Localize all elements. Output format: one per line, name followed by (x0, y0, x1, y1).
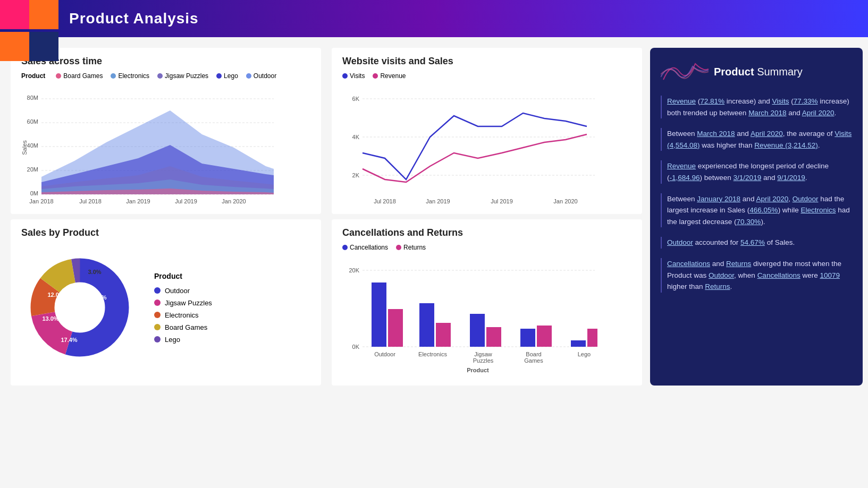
pie-label-boardgames: Board Games (165, 323, 207, 331)
cancel-legend: Cancellations Returns (342, 244, 631, 251)
summary-p5: Outdoor accounted for 54.67% of Sales. (661, 237, 852, 249)
summary-link-returns[interactable]: Returns (726, 260, 751, 268)
svg-text:Puzzles: Puzzles (473, 357, 494, 364)
visits-legend: Visits Revenue (342, 72, 631, 80)
legend-item-lego: Lego (216, 72, 238, 80)
legend-item-visits: Visits (342, 72, 365, 80)
summary-link-pct3[interactable]: 466.05% (749, 206, 778, 214)
summary-link-count[interactable]: 10079 (820, 271, 840, 279)
pie-legend-jigsaw: Jigsaw Puzzles (154, 299, 212, 307)
summary-link-pct1[interactable]: 72.81% (700, 97, 724, 105)
svg-text:Jan 2019: Jan 2019 (126, 198, 150, 204)
pie-chart-title: Sales by Product (21, 227, 310, 238)
summary-link-date3[interactable]: March 2018 (697, 130, 735, 138)
summary-link-pct2[interactable]: 77.33% (794, 97, 818, 105)
legend-dot-lego (216, 73, 222, 79)
summary-link-date8[interactable]: April 2020 (756, 195, 788, 203)
summary-link-pct4[interactable]: 70.30% (737, 218, 761, 226)
logo-sq2 (29, 0, 58, 29)
sales-svg: 80M 60M 40M 20M 0M (21, 84, 276, 206)
main-content: Sales across time Product Board Games El… (0, 37, 868, 391)
svg-rect-48 (372, 282, 386, 347)
visits-chart-title: Website visits and Sales (342, 56, 631, 67)
svg-text:60M: 60M (27, 118, 38, 125)
logo (0, 0, 64, 64)
svg-text:Jul 2019: Jul 2019 (491, 198, 513, 204)
svg-text:6K: 6K (352, 96, 360, 102)
svg-text:Jan 2020: Jan 2020 (222, 198, 246, 204)
pie-legend-electronics: Electronics (154, 311, 212, 319)
svg-text:Jigsaw: Jigsaw (474, 351, 492, 357)
summary-title-rest: Summary (757, 66, 803, 78)
cancellations-chart: Cancellations and Returns Cancellations … (332, 219, 642, 386)
svg-text:20M: 20M (27, 166, 38, 173)
summary-link-revenue2[interactable]: Revenue (3,214.52) (754, 141, 818, 149)
summary-link-visits1[interactable]: Visits (772, 97, 789, 105)
summary-p4: Between January 2018 and April 2020, Out… (661, 193, 852, 228)
pie-dot-jigsaw (154, 299, 161, 306)
legend-item-jigsaw: Jigsaw Puzzles (157, 72, 208, 80)
summary-link-revenue1[interactable]: Revenue (667, 97, 696, 105)
summary-link-date6[interactable]: 9/1/2019 (777, 174, 805, 182)
legend-label-visits: Visits (350, 72, 365, 80)
summary-link-outdoor2[interactable]: Outdoor (667, 238, 693, 246)
svg-text:20K: 20K (349, 267, 359, 273)
summary-p1: Revenue (72.81% increase) and Visits (77… (661, 96, 852, 118)
svg-text:12.0%: 12.0% (47, 292, 64, 298)
svg-text:Games: Games (524, 357, 543, 364)
svg-rect-49 (388, 309, 403, 347)
sales-legend: Product Board Games Electronics Jigsaw P… (21, 72, 310, 80)
pie-area: 54.7% 17.4% 13.0% 12.0% 3.0% Product Out… (21, 244, 310, 371)
svg-rect-55 (537, 326, 552, 347)
sales-chart-title: Sales across time (21, 56, 310, 67)
legend-item-boardgames: Board Games (56, 72, 103, 80)
svg-rect-52 (470, 314, 485, 347)
svg-text:Jul 2019: Jul 2019 (175, 198, 197, 204)
charts-row-1: Sales across time Product Board Games El… (11, 48, 642, 214)
pie-label-jigsaw: Jigsaw Puzzles (165, 299, 212, 307)
svg-text:0M: 0M (30, 190, 38, 196)
summary-link-cancel[interactable]: Cancellations (667, 260, 710, 268)
summary-title-bold: Product (714, 66, 754, 78)
wave-icon (661, 58, 709, 85)
summary-link-revenue3[interactable]: Revenue (667, 162, 696, 170)
summary-link-outdoor1[interactable]: Outdoor (793, 195, 819, 203)
cancel-chart-title: Cancellations and Returns (342, 227, 631, 238)
summary-link-date7[interactable]: January 2018 (697, 195, 740, 203)
pie-dot-lego (154, 336, 161, 343)
summary-p2: Between March 2018 and April 2020, the a… (661, 128, 852, 151)
pie-label-outdoor: Outdoor (165, 287, 190, 295)
summary-panel: Product Summary Revenue (72.81% increase… (650, 48, 863, 386)
summary-link-date1[interactable]: March 2018 (748, 109, 786, 117)
summary-link-returns2[interactable]: Returns (705, 282, 730, 290)
sales-legend-label: Product (21, 72, 45, 80)
summary-link-outdoor3[interactable]: Outdoor (709, 271, 734, 279)
legend-dot-jigsaw (157, 73, 163, 79)
svg-text:Jul 2018: Jul 2018 (79, 198, 102, 204)
summary-link-date4[interactable]: April 2020 (751, 130, 783, 138)
summary-link-decline[interactable]: -1,684.96 (670, 174, 700, 182)
summary-header: Product Summary (661, 58, 852, 85)
summary-link-electronics1[interactable]: Electronics (800, 206, 836, 214)
legend-item-returns: Returns (396, 244, 426, 251)
pie-label-lego: Lego (165, 336, 180, 344)
svg-rect-51 (436, 323, 451, 347)
summary-link-cancel2[interactable]: Cancellations (757, 271, 800, 279)
legend-label-revenue: Revenue (380, 72, 406, 80)
legend-item-electronics: Electronics (111, 72, 149, 80)
svg-text:Product: Product (467, 367, 489, 373)
summary-link-date2[interactable]: April 2020 (802, 109, 835, 117)
svg-text:Jan 2019: Jan 2019 (426, 198, 450, 204)
svg-rect-54 (520, 329, 535, 347)
pie-legend-boardgames: Board Games (154, 323, 212, 331)
pie-legend: Product Outdoor Jigsaw Puzzles Electroni… (154, 272, 212, 344)
svg-text:Electronics: Electronics (418, 351, 447, 357)
svg-text:Board: Board (526, 351, 541, 357)
legend-label-electronics: Electronics (118, 72, 149, 80)
charts-row-2: Sales by Product 54.7% 17.4% (11, 219, 642, 386)
summary-link-date5[interactable]: 3/1/2019 (734, 174, 762, 182)
summary-link-pct5[interactable]: 54.67% (740, 238, 765, 246)
pie-dot-outdoor (154, 287, 161, 294)
logo-sq1 (0, 0, 29, 29)
svg-text:Jan 2020: Jan 2020 (553, 198, 577, 204)
